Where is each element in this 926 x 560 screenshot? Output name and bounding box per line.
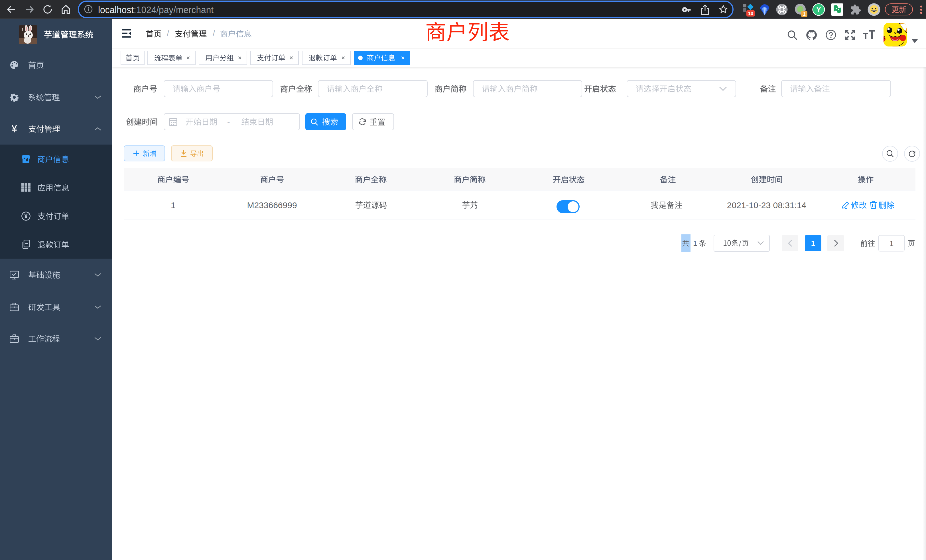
svg-text:10: 10 bbox=[748, 11, 754, 16]
svg-text:Y: Y bbox=[816, 6, 821, 14]
svg-text:1: 1 bbox=[803, 11, 805, 17]
